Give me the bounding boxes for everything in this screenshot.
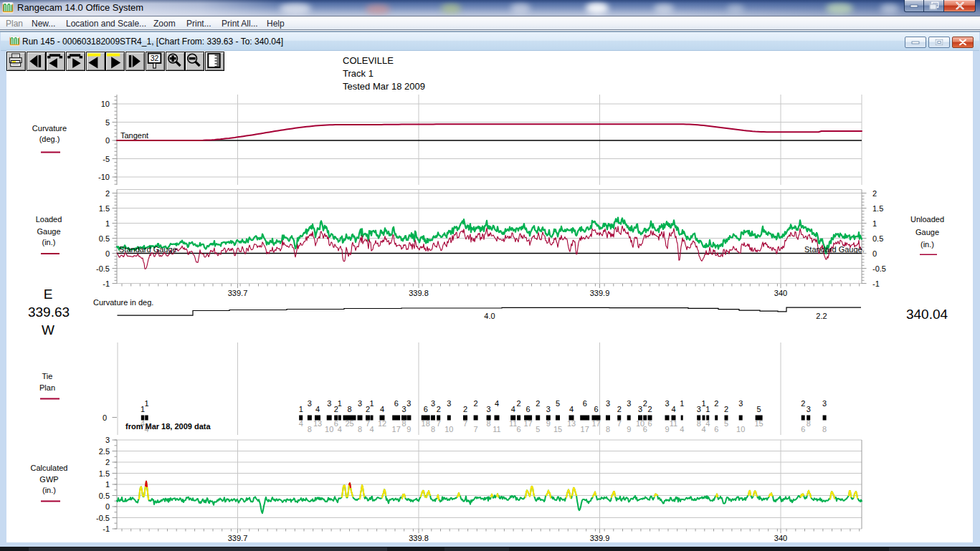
svg-text:6: 6 [714, 425, 718, 433]
svg-text:12: 12 [378, 419, 386, 428]
svg-text:2: 2 [105, 458, 110, 466]
svg-text:0: 0 [872, 249, 877, 258]
svg-text:9: 9 [627, 425, 631, 433]
svg-text:GWP: GWP [39, 475, 58, 484]
svg-text:Curvature in deg.: Curvature in deg. [93, 298, 153, 307]
svg-text:339.8: 339.8 [409, 289, 429, 297]
svg-text:8: 8 [822, 425, 827, 433]
svg-text:7: 7 [617, 419, 622, 428]
svg-text:3: 3 [406, 399, 411, 408]
svg-text:3: 3 [447, 399, 451, 408]
svg-text:4: 4 [338, 425, 342, 433]
svg-text:9: 9 [406, 425, 411, 433]
svg-text:0.5: 0.5 [872, 234, 883, 243]
svg-text:2: 2 [474, 399, 478, 408]
svg-text:4: 4 [380, 405, 384, 413]
svg-text:4: 4 [569, 405, 574, 413]
svg-text:7: 7 [437, 419, 441, 428]
svg-text:17: 17 [581, 425, 589, 433]
svg-text:6: 6 [594, 405, 598, 413]
svg-text:2.5: 2.5 [99, 447, 110, 456]
svg-text:4: 4 [315, 405, 320, 413]
svg-text:3: 3 [822, 399, 827, 408]
svg-text:6: 6 [647, 419, 652, 428]
svg-text:4.0: 4.0 [484, 312, 495, 320]
svg-text:-10: -10 [98, 173, 110, 181]
svg-text:5: 5 [105, 118, 110, 127]
svg-text:2: 2 [517, 399, 521, 408]
svg-text:-5: -5 [103, 155, 110, 163]
svg-text:1.5: 1.5 [99, 469, 110, 478]
svg-text:10: 10 [101, 100, 110, 108]
svg-text:10: 10 [736, 425, 745, 433]
svg-text:8: 8 [358, 425, 362, 433]
svg-text:17: 17 [523, 419, 532, 428]
svg-text:3: 3 [546, 405, 551, 413]
svg-text:Calculated: Calculated [31, 464, 68, 472]
svg-text:0: 0 [105, 502, 110, 511]
svg-text:3: 3 [606, 399, 610, 408]
svg-text:Unloaded: Unloaded [910, 215, 944, 224]
svg-text:-0.5: -0.5 [872, 264, 886, 273]
svg-text:339.9: 339.9 [590, 534, 610, 542]
svg-text:3: 3 [807, 405, 811, 413]
svg-text:3: 3 [105, 436, 110, 444]
svg-text:0.5: 0.5 [99, 234, 110, 243]
svg-text:7: 7 [463, 419, 467, 428]
svg-text:from Mar 18, 2009 data: from Mar 18, 2009 data [125, 422, 211, 431]
svg-text:3: 3 [431, 399, 435, 408]
svg-text:3: 3 [665, 399, 669, 408]
svg-text:6: 6 [424, 405, 428, 413]
svg-text:2: 2 [643, 399, 647, 408]
svg-text:6: 6 [526, 405, 531, 413]
svg-text:7: 7 [474, 425, 478, 433]
svg-text:1: 1 [369, 399, 374, 408]
svg-text:Curvature: Curvature [32, 124, 67, 133]
svg-text:4: 4 [680, 425, 684, 433]
svg-text:25: 25 [345, 419, 353, 428]
svg-text:8: 8 [401, 419, 406, 428]
svg-text:8: 8 [308, 425, 312, 433]
svg-text:339.63: 339.63 [28, 305, 70, 320]
svg-text:5: 5 [556, 399, 560, 408]
svg-text:(in.): (in.) [42, 486, 56, 494]
svg-text:339.7: 339.7 [228, 289, 248, 297]
svg-text:340.04: 340.04 [906, 307, 948, 322]
svg-text:6: 6 [517, 425, 521, 433]
svg-text:8: 8 [807, 419, 811, 428]
svg-text:2: 2 [536, 399, 540, 408]
svg-text:2: 2 [724, 405, 728, 413]
svg-text:2: 2 [617, 405, 622, 413]
svg-text:2: 2 [801, 399, 805, 408]
svg-text:1.5: 1.5 [872, 204, 883, 213]
svg-text:1: 1 [680, 399, 684, 408]
svg-text:8: 8 [431, 425, 435, 433]
svg-text:(in.): (in.) [920, 240, 934, 249]
svg-text:1: 1 [872, 219, 877, 228]
svg-text:(deg.): (deg.) [39, 135, 60, 143]
svg-text:Loaded: Loaded [36, 215, 62, 224]
svg-text:2: 2 [714, 399, 718, 408]
svg-text:Plan: Plan [39, 383, 55, 392]
svg-text:W: W [42, 322, 54, 337]
svg-text:6: 6 [394, 399, 399, 408]
svg-text:0: 0 [105, 249, 110, 258]
svg-text:3: 3 [401, 405, 406, 413]
svg-text:5: 5 [724, 419, 728, 428]
svg-text:1.5: 1.5 [99, 204, 110, 213]
svg-text:E: E [44, 287, 53, 302]
svg-text:340: 340 [774, 289, 787, 297]
svg-text:8: 8 [487, 419, 491, 428]
svg-text:8: 8 [697, 419, 701, 428]
svg-text:4: 4 [495, 399, 499, 408]
svg-text:1: 1 [105, 480, 110, 489]
svg-text:2: 2 [647, 405, 652, 413]
svg-text:4: 4 [705, 419, 710, 428]
svg-text:0: 0 [105, 136, 110, 145]
svg-text:4: 4 [511, 405, 515, 413]
svg-text:2: 2 [463, 405, 467, 413]
svg-text:3: 3 [327, 399, 331, 408]
svg-text:5: 5 [536, 425, 540, 433]
svg-text:Standard Gauge.: Standard Gauge. [804, 245, 865, 254]
svg-text:340: 340 [774, 534, 787, 542]
